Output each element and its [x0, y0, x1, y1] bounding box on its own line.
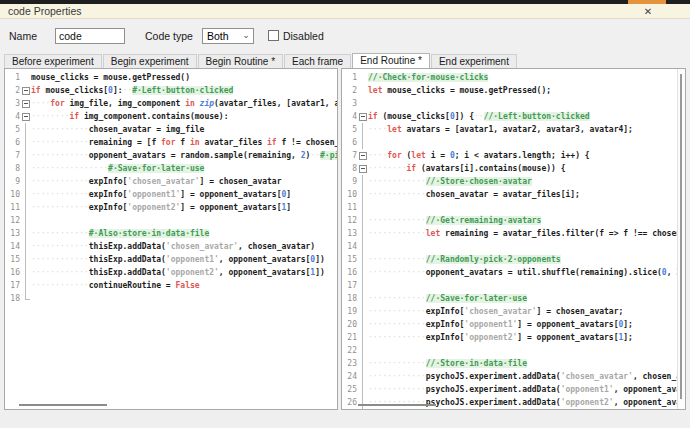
line-number: 9 — [342, 175, 358, 188]
line-number: 20 — [342, 318, 358, 331]
js-horizontal-scrollbar[interactable] — [358, 404, 436, 406]
fold-gutter — [21, 162, 31, 175]
code-line: 12 — [5, 214, 337, 227]
code-text: ············expInfo['opponent2'] = oppon… — [368, 331, 685, 344]
fold-gutter — [21, 123, 31, 136]
fold-gutter — [21, 149, 31, 162]
fold-gutter — [358, 383, 368, 396]
tab-before-experiment[interactable]: Before experiment — [4, 54, 102, 68]
fold-gutter — [358, 396, 368, 409]
python-code-editor[interactable]: 1mouse_clicks = mouse.getPressed()2if mo… — [4, 68, 338, 410]
line-number: 18 — [5, 292, 21, 305]
fold-marker-icon[interactable] — [21, 97, 31, 110]
fold-gutter — [358, 253, 368, 266]
code-line: 10············chosen_avatar = avatar_fil… — [342, 188, 685, 201]
line-number: 2 — [5, 84, 21, 97]
code-line: 17 — [342, 279, 685, 292]
code-text: ············let remaining = avatar_files… — [368, 227, 685, 240]
code-text: ············opponent_avatars = random.sa… — [31, 149, 337, 162]
fold-marker-icon[interactable] — [21, 84, 31, 97]
fold-gutter — [358, 175, 368, 188]
line-number: 25 — [342, 383, 358, 396]
code-text: ············expInfo['opponent2'] = oppon… — [31, 201, 337, 214]
tab-begin-experiment[interactable]: Begin experiment — [103, 54, 197, 68]
code-text: ············thisExp.addData('opponent1',… — [31, 253, 337, 266]
code-text: ············expInfo['opponent1'] = oppon… — [368, 318, 685, 331]
line-number: 4 — [5, 110, 21, 123]
line-number: 3 — [5, 97, 21, 110]
line-number: 14 — [5, 240, 21, 253]
js-code-editor[interactable]: 1//·Check·for·mouse·clicks2let mouse_cli… — [341, 68, 686, 410]
code-text: ············#·Also·store·in·data·file — [31, 227, 337, 240]
code-line: 6 — [342, 136, 685, 149]
code-section-tabs: Before experimentBegin experimentBegin R… — [4, 53, 686, 68]
tab-begin-routine[interactable]: Begin Routine * — [198, 54, 284, 68]
code-type-select[interactable]: Both ⌄ — [202, 28, 254, 44]
fold-marker-icon[interactable] — [358, 149, 368, 162]
fold-gutter — [21, 136, 31, 149]
code-line: 18 — [5, 292, 337, 305]
tab-each-frame[interactable]: Each frame — [284, 54, 351, 68]
line-number: 21 — [342, 331, 358, 344]
code-text: ················#·Save·for·later·use — [31, 162, 337, 175]
code-line: 10············expInfo['opponent1'] = opp… — [5, 188, 337, 201]
code-line: 5············chosen_avatar = img_file — [5, 123, 337, 136]
fold-gutter — [358, 123, 368, 136]
fold-gutter — [358, 71, 368, 84]
code-text: ············//·Save·for·later·use — [368, 292, 685, 305]
code-text: ············expInfo['chosen_avatar'] = c… — [31, 175, 337, 188]
code-line: 21············expInfo['opponent2'] = opp… — [342, 331, 685, 344]
line-number: 6 — [5, 136, 21, 149]
code-text: ····for (let i = 0; i < avatars.length; … — [368, 149, 685, 162]
fold-marker-icon[interactable] — [21, 110, 31, 123]
code-line: 14············thisExp.addData('chosen_av… — [5, 240, 337, 253]
code-line: 8········if (avatars[i].contains(mouse))… — [342, 162, 685, 175]
line-number: 5 — [342, 123, 358, 136]
close-icon[interactable]: ✕ — [640, 5, 656, 18]
line-number: 10 — [342, 188, 358, 201]
code-text — [368, 97, 685, 110]
fold-gutter — [21, 71, 31, 84]
fold-gutter — [358, 357, 368, 370]
code-text — [31, 292, 337, 305]
line-number: 11 — [342, 201, 358, 214]
python-horizontal-scrollbar[interactable] — [19, 404, 107, 406]
fold-gutter — [21, 214, 31, 227]
line-number: 12 — [342, 214, 358, 227]
code-text: ············thisExp.addData('chosen_avat… — [31, 240, 337, 253]
disabled-label: Disabled — [283, 30, 324, 42]
code-text: ············//·Store·chosen·avatar — [368, 175, 685, 188]
code-text — [368, 240, 685, 253]
line-number: 17 — [5, 279, 21, 292]
code-line: 22 — [342, 344, 685, 357]
code-text: ····for img_file, img_component in zip(a… — [31, 97, 337, 110]
fold-marker-icon[interactable] — [358, 110, 368, 123]
name-input[interactable] — [55, 28, 125, 44]
disabled-checkbox[interactable] — [268, 30, 279, 41]
line-number: 17 — [342, 279, 358, 292]
js-vertical-scrollbar[interactable] — [680, 74, 682, 399]
code-line: 9············//·Store·chosen·avatar — [342, 175, 685, 188]
code-text: ············//·Store·in·data·file — [368, 357, 685, 370]
code-line: 23············//·Store·in·data·file — [342, 357, 685, 370]
code-text: ············opponent_avatars = util.shuf… — [368, 266, 685, 279]
line-number: 6 — [342, 136, 358, 149]
code-line: 25············psychoJS.experiment.addDat… — [342, 383, 685, 396]
fold-marker-icon[interactable] — [358, 162, 368, 175]
code-line: 3····for img_file, img_component in zip(… — [5, 97, 337, 110]
line-number: 12 — [5, 214, 21, 227]
fold-gutter — [21, 279, 31, 292]
line-number: 9 — [5, 175, 21, 188]
code-text: ····let avatars = [avatar1, avatar2, ava… — [368, 123, 685, 136]
code-text: ············psychoJS.experiment.addData(… — [368, 396, 685, 409]
line-number: 11 — [5, 201, 21, 214]
code-text: ············psychoJS.experiment.addData(… — [368, 370, 685, 383]
line-number: 8 — [5, 162, 21, 175]
tab-end-routine[interactable]: End Routine * — [352, 53, 430, 68]
code-line: 1mouse_clicks = mouse.getPressed() — [5, 71, 337, 84]
fold-gutter — [358, 344, 368, 357]
code-text: if (mouse_clicks[0]) {··//·Left·button·c… — [368, 110, 685, 123]
code-text — [368, 279, 685, 292]
tab-end-experiment[interactable]: End experiment — [431, 54, 517, 68]
code-line: 17············continueRoutine = False — [5, 279, 337, 292]
